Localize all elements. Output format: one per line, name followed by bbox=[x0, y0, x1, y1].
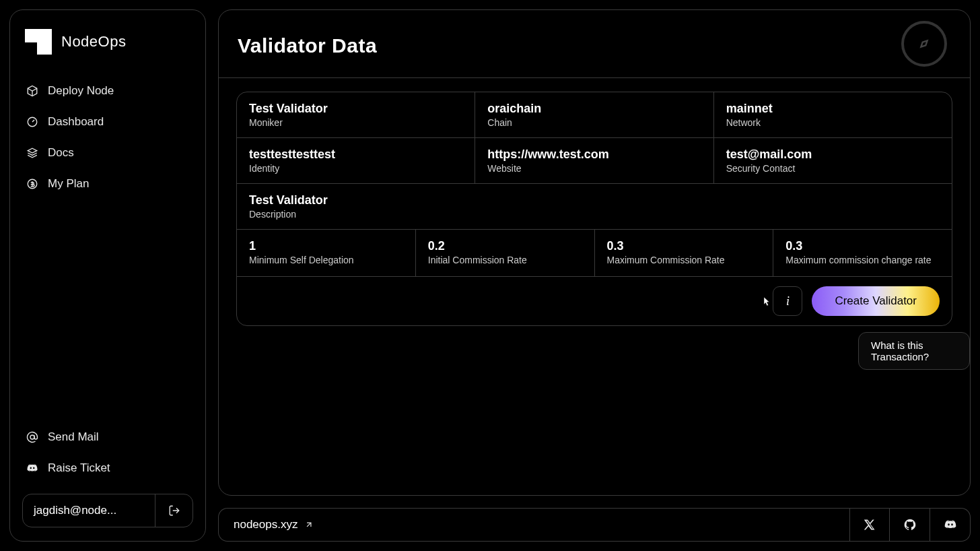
brand-logo[interactable]: NodeOps bbox=[22, 24, 193, 71]
x-link[interactable] bbox=[849, 508, 890, 542]
cube-icon bbox=[26, 85, 38, 97]
url-text: nodeops.xyz bbox=[234, 518, 298, 531]
field-label: Maximum commission change rate bbox=[785, 255, 940, 265]
sidebar-item-deploy-node[interactable]: Deploy Node bbox=[22, 76, 193, 106]
user-box: jagdish@node... bbox=[22, 494, 193, 527]
validator-data-panel: Test Validator Moniker oraichain Chain m… bbox=[236, 92, 952, 326]
field-label: Website bbox=[487, 163, 701, 174]
field-label: Maximum Commission Rate bbox=[607, 255, 761, 265]
discord-icon bbox=[26, 462, 38, 474]
field-moniker: Test Validator Moniker bbox=[237, 92, 475, 137]
sidebar-item-label: Deploy Node bbox=[48, 84, 114, 98]
sidebar-item-label: Raise Ticket bbox=[48, 461, 110, 475]
field-label: Initial Commission Rate bbox=[428, 255, 582, 265]
coin-icon bbox=[26, 178, 38, 190]
field-security-contact: test@mail.com Security Contact bbox=[714, 138, 952, 183]
footer-bar: nodeops.xyz bbox=[218, 508, 971, 542]
github-link[interactable] bbox=[890, 508, 930, 542]
gauge-icon bbox=[26, 116, 38, 128]
nav-secondary: Send Mail Raise Ticket bbox=[22, 422, 193, 483]
field-description: Test Validator Description bbox=[237, 184, 952, 230]
field-chain: oraichain Chain bbox=[475, 92, 713, 137]
logout-button[interactable] bbox=[155, 494, 193, 527]
social-links bbox=[849, 508, 971, 542]
field-label: Identity bbox=[249, 163, 462, 174]
page-title: Validator Data bbox=[238, 34, 377, 57]
sidebar-item-label: Docs bbox=[48, 146, 74, 160]
sidebar-item-label: My Plan bbox=[48, 177, 89, 191]
field-label: Moniker bbox=[249, 117, 462, 128]
github-icon bbox=[903, 518, 917, 531]
card-header: Validator Data bbox=[219, 10, 970, 78]
main: Validator Data Test Validator Moniker or… bbox=[218, 9, 971, 542]
user-email: jagdish@node... bbox=[23, 494, 155, 527]
field-network: mainnet Network bbox=[714, 92, 952, 137]
field-min-self-delegation: 1 Minimum Self Delegation bbox=[237, 230, 416, 276]
field-value: 0.3 bbox=[785, 239, 940, 253]
data-row: Test Validator Moniker oraichain Chain m… bbox=[237, 92, 952, 138]
field-value: test@mail.com bbox=[726, 148, 940, 162]
field-value: 1 bbox=[249, 239, 403, 253]
field-value: https://www.test.com bbox=[487, 148, 701, 162]
field-value: Test Validator bbox=[249, 193, 940, 207]
sidebar-item-dashboard[interactable]: Dashboard bbox=[22, 107, 193, 137]
compass-icon[interactable] bbox=[901, 21, 947, 67]
field-label: Description bbox=[249, 209, 940, 220]
field-label: Network bbox=[726, 117, 940, 128]
brand-name: NodeOps bbox=[61, 33, 126, 51]
field-label: Minimum Self Delegation bbox=[249, 255, 403, 265]
discord-icon bbox=[944, 518, 957, 531]
sidebar-item-label: Dashboard bbox=[48, 115, 104, 129]
url-link[interactable]: nodeops.xyz bbox=[218, 508, 849, 542]
content-card: Validator Data Test Validator Moniker or… bbox=[218, 9, 971, 496]
field-label: Security Contact bbox=[726, 163, 940, 174]
sidebar-item-send-mail[interactable]: Send Mail bbox=[22, 422, 193, 452]
info-tooltip: What is this Transaction? bbox=[858, 332, 970, 370]
sidebar-item-label: Send Mail bbox=[48, 430, 99, 444]
sidebar-item-raise-ticket[interactable]: Raise Ticket bbox=[22, 453, 193, 483]
layers-icon bbox=[26, 147, 38, 159]
field-value: 0.3 bbox=[607, 239, 761, 253]
nav-primary: Deploy Node Dashboard Docs My Plan bbox=[22, 76, 193, 199]
field-label: Chain bbox=[487, 117, 701, 128]
discord-link[interactable] bbox=[930, 508, 971, 542]
field-max-commission: 0.3 Maximum Commission Rate bbox=[595, 230, 774, 276]
field-value: 0.2 bbox=[428, 239, 582, 253]
svg-point-2 bbox=[30, 435, 34, 439]
field-identity: testtesttesttest Identity bbox=[237, 138, 475, 183]
field-max-commission-change: 0.3 Maximum commission change rate bbox=[773, 230, 952, 276]
data-row: 1 Minimum Self Delegation 0.2 Initial Co… bbox=[237, 230, 952, 277]
external-link-icon bbox=[304, 520, 314, 529]
create-validator-button[interactable]: Create Validator bbox=[812, 286, 940, 316]
field-value: oraichain bbox=[487, 102, 701, 116]
sidebar-item-my-plan[interactable]: My Plan bbox=[22, 169, 193, 199]
field-initial-commission: 0.2 Initial Commission Rate bbox=[416, 230, 595, 276]
field-value: mainnet bbox=[726, 102, 940, 116]
field-value: Test Validator bbox=[249, 102, 462, 116]
info-button[interactable]: i bbox=[773, 286, 802, 316]
action-row: i Create Validator bbox=[237, 277, 952, 325]
sidebar-item-docs[interactable]: Docs bbox=[22, 138, 193, 168]
logout-icon bbox=[168, 505, 180, 517]
logo-mark bbox=[25, 29, 52, 55]
field-website: https://www.test.com Website bbox=[475, 138, 713, 183]
field-value: testtesttesttest bbox=[249, 148, 462, 162]
data-row: testtesttesttest Identity https://www.te… bbox=[237, 138, 952, 184]
at-icon bbox=[26, 431, 38, 443]
x-icon bbox=[864, 519, 876, 531]
sidebar: NodeOps Deploy Node Dashboard Docs My P bbox=[9, 9, 206, 542]
